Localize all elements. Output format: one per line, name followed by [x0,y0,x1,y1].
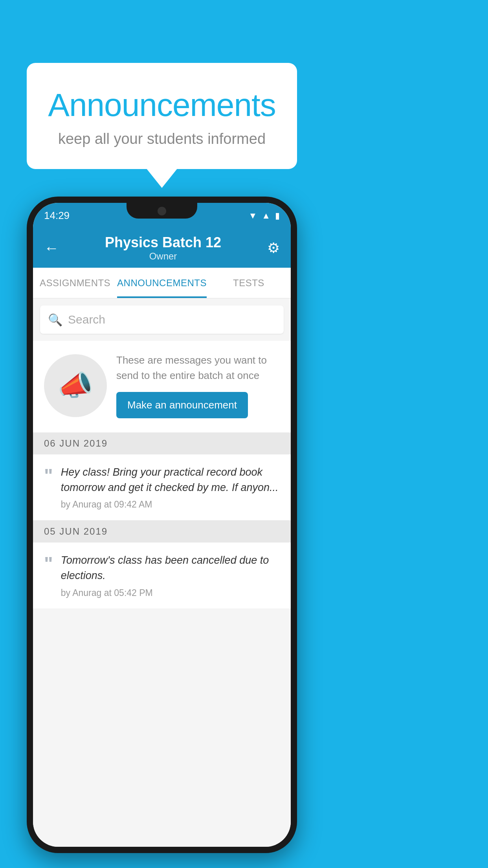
search-placeholder-text: Search [68,313,105,326]
app-header: ← Physics Batch 12 Owner ⚙ [33,228,291,268]
announcement-text-1: Hey class! Bring your practical record b… [61,465,280,495]
announcement-meta-1: by Anurag at 09:42 AM [61,499,280,510]
tab-tests[interactable]: TESTS [207,268,291,298]
announcement-text-2: Tomorrow's class has been cancelled due … [61,553,280,583]
announcement-item-1[interactable]: " Hey class! Bring your practical record… [33,454,291,520]
announcement-item-2[interactable]: " Tomorrow's class has been cancelled du… [33,542,291,609]
date-separator-2: 05 JUN 2019 [33,520,291,542]
header-subtitle: Owner [105,251,221,262]
search-icon: 🔍 [48,313,62,327]
announcement-content-2: Tomorrow's class has been cancelled due … [61,553,280,598]
back-button[interactable]: ← [44,240,59,257]
make-announcement-button[interactable]: Make an announcement [116,392,248,418]
prompt-description: These are messages you want to send to t… [116,353,280,383]
quote-icon-2: " [44,554,53,598]
speech-bubble: Announcements keep all your students inf… [27,63,297,169]
phone-notch [127,203,197,219]
phone-frame: 14:29 ▼ ▲ ▮ ← Physics Batch 12 Owner ⚙ A… [27,197,297,853]
speech-bubble-container: Announcements keep all your students inf… [27,63,297,169]
announcement-meta-2: by Anurag at 05:42 PM [61,588,280,598]
gear-icon[interactable]: ⚙ [267,240,280,256]
wifi-icon: ▼ [248,211,257,221]
signal-icon: ▲ [262,211,270,221]
header-center: Physics Batch 12 Owner [105,234,221,262]
search-bar[interactable]: 🔍 Search [40,305,284,334]
header-title: Physics Batch 12 [105,234,221,251]
phone-screen: 14:29 ▼ ▲ ▮ ← Physics Batch 12 Owner ⚙ A… [33,203,291,847]
announcement-prompt: 📣 These are messages you want to send to… [33,341,291,432]
megaphone-icon: 📣 [58,369,93,402]
bubble-subtitle: keep all your students informed [46,131,277,147]
tab-announcements[interactable]: ANNOUNCEMENTS [117,268,207,298]
bubble-title: Announcements [46,86,277,123]
battery-icon: ▮ [275,211,280,221]
tabs-bar: ASSIGNMENTS ANNOUNCEMENTS TESTS [33,268,291,298]
phone-camera [158,207,166,215]
status-icons: ▼ ▲ ▮ [248,211,280,221]
announcement-content-1: Hey class! Bring your practical record b… [61,465,280,510]
date-separator-1: 06 JUN 2019 [33,432,291,454]
phone-content: 🔍 Search 📣 These are messages you want t… [33,298,291,847]
tab-assignments[interactable]: ASSIGNMENTS [33,268,117,298]
status-time: 14:29 [44,210,70,222]
prompt-right: These are messages you want to send to t… [116,353,280,418]
quote-icon-1: " [44,466,53,510]
megaphone-circle: 📣 [44,354,107,417]
